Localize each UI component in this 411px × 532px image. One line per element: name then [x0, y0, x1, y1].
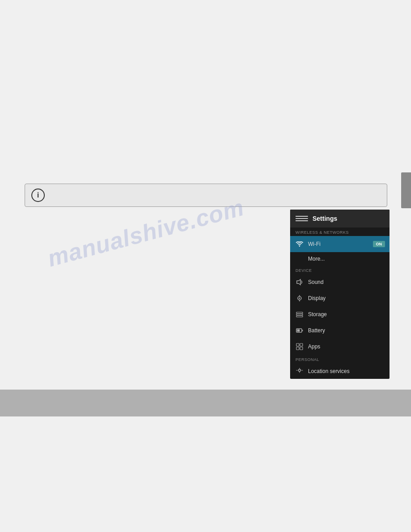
- svg-rect-13: [300, 343, 303, 346]
- info-icon: i: [31, 189, 45, 202]
- svg-rect-6: [296, 312, 303, 313]
- bottom-bar: [0, 390, 411, 416]
- apps-icon: [295, 343, 304, 351]
- svg-rect-12: [296, 343, 299, 346]
- settings-header-icon: [295, 214, 308, 223]
- info-bar: i: [25, 184, 387, 207]
- display-label: Display: [308, 295, 325, 301]
- svg-point-3: [299, 298, 300, 299]
- more-label: More...: [308, 256, 325, 262]
- right-tab: [401, 172, 411, 208]
- sound-icon: [295, 278, 304, 286]
- section-wireless: WIRELESS & NETWORKS: [290, 227, 390, 236]
- svg-marker-1: [297, 279, 300, 285]
- settings-header: Settings: [290, 210, 390, 227]
- settings-item-battery[interactable]: Battery: [290, 322, 390, 339]
- settings-title: Settings: [313, 215, 337, 222]
- svg-rect-7: [296, 314, 303, 315]
- wifi-toggle[interactable]: ON: [373, 241, 385, 247]
- display-icon: [295, 294, 304, 302]
- location-label: Location services: [308, 368, 350, 374]
- svg-point-16: [299, 369, 301, 372]
- svg-rect-11: [297, 330, 300, 332]
- settings-item-more[interactable]: More...: [290, 252, 390, 266]
- settings-item-sound[interactable]: Sound: [290, 274, 390, 290]
- storage-icon: [295, 310, 304, 318]
- battery-label: Battery: [308, 327, 325, 334]
- section-device: DEVICE: [290, 266, 390, 274]
- storage-label: Storage: [308, 311, 327, 317]
- settings-item-apps[interactable]: Apps: [290, 339, 390, 355]
- settings-panel: Settings WIRELESS & NETWORKS Wi-Fi ON Mo…: [290, 210, 390, 379]
- svg-rect-15: [300, 347, 303, 350]
- svg-point-0: [299, 245, 300, 246]
- settings-item-wifi[interactable]: Wi-Fi ON: [290, 236, 390, 252]
- location-icon: [295, 367, 304, 375]
- wifi-icon: [295, 240, 304, 248]
- settings-item-storage[interactable]: Storage: [290, 306, 390, 322]
- svg-rect-14: [296, 347, 299, 350]
- apps-label: Apps: [308, 343, 320, 350]
- lower-white-area: [0, 416, 411, 532]
- section-personal: PERSONAL: [290, 355, 390, 363]
- settings-item-display[interactable]: Display: [290, 290, 390, 306]
- sound-label: Sound: [308, 279, 324, 285]
- svg-rect-10: [302, 330, 303, 331]
- wifi-label: Wi-Fi: [308, 241, 321, 247]
- battery-icon: [295, 326, 304, 335]
- svg-rect-8: [296, 316, 303, 317]
- settings-item-location[interactable]: Location services: [290, 363, 390, 379]
